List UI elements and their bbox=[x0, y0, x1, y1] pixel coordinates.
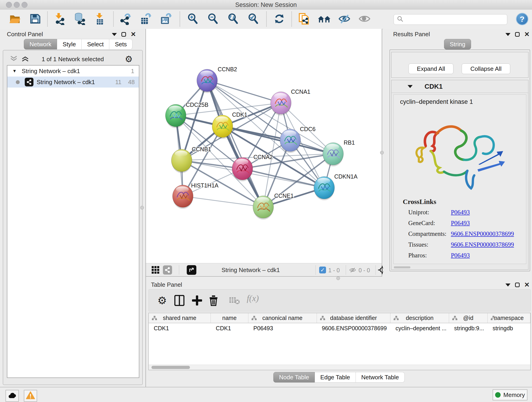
network-view-canvas[interactable]: CCNB2CCNA1CDC25BCDK1CDC6RB1CCNB1CCNA2CDK… bbox=[146, 29, 382, 263]
tab-edge-table[interactable]: Edge Table bbox=[315, 372, 356, 383]
tab-network-table[interactable]: Network Table bbox=[356, 372, 405, 383]
table-toolbar: ⚙ f(x) bbox=[148, 289, 531, 312]
tab-node-table[interactable]: Node Table bbox=[273, 372, 315, 383]
float-panel-icon[interactable] bbox=[112, 33, 117, 36]
tab-style[interactable]: Style bbox=[57, 39, 82, 50]
column-header-description[interactable]: description bbox=[390, 313, 449, 323]
node-RB1[interactable]: RB1 bbox=[323, 139, 355, 166]
warning-triangle-icon bbox=[26, 391, 35, 400]
delete-column-trash-icon[interactable] bbox=[209, 295, 218, 307]
crosslink-genecard-link[interactable]: P06493 bbox=[451, 220, 470, 227]
column-header-canonical-name[interactable]: canonical name bbox=[248, 313, 317, 323]
apply-layout-button[interactable] bbox=[273, 13, 286, 26]
table-cell[interactable]: CDK1 bbox=[211, 325, 248, 332]
table-cell[interactable]: 9606.ENSP00000378699 bbox=[317, 325, 391, 332]
tab-select[interactable]: Select bbox=[82, 39, 109, 50]
table-cell[interactable]: P06493 bbox=[248, 325, 317, 332]
expand-all-button[interactable]: Expand All bbox=[409, 64, 453, 74]
table-cell[interactable]: stringdb bbox=[488, 325, 530, 332]
export-table-button[interactable] bbox=[139, 13, 152, 26]
scrollbar-thumb[interactable] bbox=[152, 366, 190, 369]
node-CDKN1A[interactable]: CDKN1A bbox=[314, 173, 358, 200]
new-network-from-selection-button[interactable] bbox=[298, 13, 311, 26]
node-label-RB1: RB1 bbox=[344, 139, 355, 146]
zoom-in-button[interactable] bbox=[186, 13, 199, 26]
column-header-namespace[interactable]: namespace bbox=[488, 313, 530, 323]
column-header-database-identifier[interactable]: database identifier bbox=[317, 313, 391, 323]
first-neighbors-button[interactable] bbox=[317, 13, 331, 26]
crosslink-compartments-link[interactable]: 9606.ENSP00000378699 bbox=[451, 230, 514, 237]
table-cell[interactable]: cyclin–dependent ... bbox=[390, 325, 449, 332]
tab-network[interactable]: Network bbox=[24, 39, 57, 50]
node-CCNA1[interactable]: CCNA1 bbox=[271, 89, 310, 115]
float-panel-icon[interactable] bbox=[505, 283, 510, 287]
node-HIST1H1A[interactable]: HIST1H1A bbox=[172, 182, 219, 209]
warnings-button[interactable] bbox=[24, 390, 37, 402]
add-column-icon[interactable] bbox=[192, 295, 202, 307]
save-session-button[interactable] bbox=[28, 13, 42, 26]
column-header-name[interactable]: name bbox=[211, 313, 248, 323]
import-table-icon bbox=[94, 13, 106, 26]
column-header-@id[interactable]: @id bbox=[449, 313, 488, 323]
show-all-button[interactable] bbox=[358, 13, 371, 26]
horizontal-scrollbar[interactable] bbox=[149, 365, 530, 370]
import-network-from-database-button[interactable] bbox=[73, 13, 86, 26]
panel-divider-handle[interactable] bbox=[140, 206, 144, 210]
panel-divider-handle[interactable] bbox=[380, 151, 384, 154]
hidden-eye-icon bbox=[349, 267, 356, 274]
close-panel-icon[interactable]: ✕ bbox=[131, 32, 136, 37]
table-settings-gear-icon[interactable]: ⚙ bbox=[157, 295, 167, 306]
collapse-all-button[interactable]: Collapse All bbox=[462, 64, 510, 74]
network-row[interactable]: String Network – cdk1 11 48 bbox=[7, 77, 139, 88]
caret-down-icon[interactable]: ▼ bbox=[12, 69, 17, 74]
tab-sets[interactable]: Sets bbox=[109, 39, 133, 50]
close-panel-icon[interactable]: ✕ bbox=[524, 283, 530, 287]
homes-icon bbox=[317, 13, 331, 26]
tab-string[interactable]: String bbox=[444, 39, 471, 50]
export-image-icon bbox=[159, 13, 172, 26]
window-title: Session: New Session bbox=[0, 0, 532, 10]
export-image-button[interactable] bbox=[159, 13, 172, 26]
table-cell[interactable]: stringdb:9... bbox=[449, 325, 488, 332]
open-in-window-button[interactable] bbox=[187, 265, 196, 275]
zoom-selected-button[interactable] bbox=[247, 13, 260, 26]
results-panel-window-controls: ✕ bbox=[505, 32, 530, 37]
maximize-panel-icon[interactable] bbox=[515, 32, 520, 37]
horizontal-scrollbar-thumb[interactable] bbox=[394, 266, 410, 268]
search-field[interactable] bbox=[394, 14, 507, 25]
node-CCNE1[interactable]: CCNE1 bbox=[253, 192, 294, 220]
zoom-out-button[interactable] bbox=[206, 13, 220, 26]
hide-selected-button[interactable] bbox=[338, 13, 351, 26]
network-graph[interactable]: CCNB2CCNA1CDC25BCDK1CDC6RB1CCNB1CCNA2CDK… bbox=[146, 29, 382, 263]
caret-down-icon[interactable] bbox=[408, 85, 413, 88]
column-header-shared-name[interactable]: shared name bbox=[149, 313, 211, 323]
show-columns-icon[interactable] bbox=[174, 295, 184, 307]
open-session-button[interactable] bbox=[8, 13, 22, 26]
birds-eye-view-icon[interactable] bbox=[152, 266, 160, 275]
memory-button[interactable]: Memory bbox=[493, 389, 527, 400]
selected-checkbox-icon[interactable]: ✓ bbox=[319, 267, 326, 274]
table-row[interactable]: CDK1CDK1P064939606.ENSP00000378699cyclin… bbox=[149, 323, 530, 333]
close-panel-icon[interactable]: ✕ bbox=[524, 32, 530, 37]
maximize-panel-icon[interactable] bbox=[515, 283, 520, 287]
network-status-dot bbox=[16, 80, 20, 84]
cloud-button[interactable] bbox=[6, 390, 19, 402]
crosslink-label: Tissues: bbox=[408, 241, 428, 248]
network-collection-row[interactable]: ▼ String Network – cdk1 1 bbox=[7, 65, 139, 77]
network-list-toolbar: 1 of 1 Network selected ⚙ bbox=[3, 54, 142, 65]
table-cell[interactable]: CDK1 bbox=[149, 325, 211, 332]
zoom-fit-button[interactable] bbox=[226, 13, 240, 26]
crosslink-uniprot-link[interactable]: P06493 bbox=[451, 209, 470, 216]
gear-icon[interactable]: ⚙ bbox=[125, 56, 133, 62]
crosslink-tissues-link[interactable]: 9606.ENSP00000378699 bbox=[451, 241, 514, 248]
maximize-panel-icon[interactable] bbox=[121, 32, 126, 37]
export-network-button[interactable] bbox=[119, 13, 132, 26]
help-button[interactable]: ? bbox=[516, 13, 528, 25]
panel-divider-handle[interactable] bbox=[336, 276, 340, 280]
crosslink-pharos-link[interactable]: P06493 bbox=[451, 252, 470, 259]
import-table-button[interactable] bbox=[93, 13, 106, 26]
search-input[interactable] bbox=[406, 16, 507, 23]
gene-section-header[interactable]: CDK1 bbox=[392, 80, 528, 93]
float-panel-icon[interactable] bbox=[505, 33, 510, 36]
import-network-button[interactable] bbox=[53, 13, 66, 26]
